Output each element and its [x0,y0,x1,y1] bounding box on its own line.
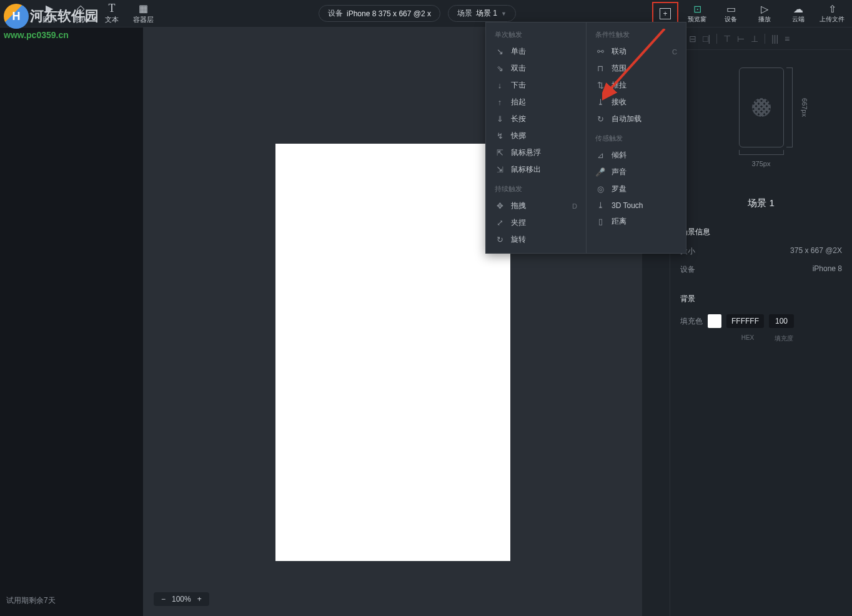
menu-item-link[interactable]: ⚯联动C [587,43,686,60]
play-button[interactable]: ▷播放 [750,0,780,27]
opacity-sublabel: 填充度 [771,334,796,343]
height-label: 667px [801,98,808,117]
trial-notice: 试用期剩余7天 [6,595,56,606]
down-icon: ↓ [495,81,505,90]
main: − 100% + |□ ⊟ □| ⊤ ⊢ ⊥ ||| ≡ 667px [0,27,852,616]
up-icon: ↑ [495,97,505,107]
artboard[interactable] [275,144,510,561]
watermark: H 河东软件园 www.pc0359.cn [4,4,99,40]
width-label: 375px [752,160,771,167]
watermark-logo-icon: H [4,4,29,29]
size-value: 375 x 667 @2X [790,246,842,257]
right-panel: |□ ⊟ □| ⊤ ⊢ ⊥ ||| ≡ 667px 375px 场景 1 场景信… [670,27,852,616]
opacity-input[interactable]: 100 [769,314,794,328]
cloud-button[interactable]: ☁云端 [783,0,813,27]
menu-item-fling[interactable]: ↯快掷 [486,127,586,144]
align-bottom-icon[interactable]: ⊥ [751,34,758,44]
pinch-icon: ⤢ [495,218,505,227]
menu-item-rotate[interactable]: ↻旋转 [486,231,586,248]
cloud-icon: ☁ [793,3,803,14]
scene-info-header: 场景信息 [670,221,852,242]
zoom-out-button[interactable]: − [161,595,166,604]
center-controls: 设备 iPhone 8 375 x 667 @2 x 场景 场景 1 ▼ [319,5,516,22]
tool-text[interactable]: T文本 [99,0,125,27]
device-row: 设备 iPhone 8 [670,261,852,279]
menu-header-sensor: 传感触发 [587,131,686,147]
separator [765,34,765,44]
fill-label: 填充色 [680,316,703,327]
color-swatch[interactable] [708,314,721,328]
menu-item-receive[interactable]: ⤓接收 [587,94,686,111]
background-header: 背景 [670,287,852,309]
zoom-in-button[interactable]: + [197,595,202,604]
preview-icon: ⊡ [693,3,701,14]
upload-button[interactable]: ⇧上传文件 [817,0,847,27]
menu-item-pinch[interactable]: ⤢夹捏 [486,214,586,231]
menu-header-conditional: 条件性触发 [587,27,686,43]
pattern-icon [752,98,771,117]
align-top-icon[interactable]: ⊤ [723,34,731,44]
menu-item-3dtouch[interactable]: ⤓3D Touch [587,197,686,213]
menu-header-single: 单次触发 [486,27,586,43]
menu-item-tilt[interactable]: ⊿倾斜 [587,147,686,164]
doubletap-icon: ⇘ [495,64,505,73]
dimension-line-w [739,150,784,155]
preview-window-button[interactable]: ⊡预览窗 [682,0,712,27]
menu-item-touchdown[interactable]: ↓下击 [486,77,586,94]
distance-icon: ▯ [595,217,605,226]
3dtouch-icon: ⤓ [595,201,605,210]
size-row: 大小 375 x 667 @2X [670,242,852,261]
upload-icon: ⇧ [828,3,836,14]
menu-item-hover[interactable]: ⇱鼠标悬浮 [486,144,586,161]
container-icon: ▦ [139,2,148,14]
align-center-h-icon[interactable]: ⊟ [689,34,696,44]
menu-item-mouseout[interactable]: ⇲鼠标移出 [486,161,586,178]
range-icon: ⊓ [595,64,605,73]
tool-container[interactable]: ▦容器层 [130,0,156,27]
menu-item-sound[interactable]: 🎤声音 [587,164,686,181]
watermark-text: 河东软件园 [30,7,99,26]
distribute-h-icon[interactable]: ||| [771,34,778,44]
menu-item-autoload[interactable]: ↻自动加载 [587,111,686,127]
drag-icon: ✥ [495,201,505,211]
menu-item-tap[interactable]: ↘单击 [486,43,586,60]
menu-item-longpress[interactable]: ⇓长按 [486,111,586,127]
play-icon: ▷ [761,3,768,14]
hex-input[interactable]: FFFFFF [726,314,764,328]
tap-icon: ↘ [495,47,505,56]
mic-icon: 🎤 [595,167,605,177]
align-right-icon[interactable]: □| [703,34,710,44]
align-bar: |□ ⊟ □| ⊤ ⊢ ⊥ ||| ≡ [670,27,852,50]
menu-item-doubletap[interactable]: ⇘双击 [486,60,586,77]
link-icon: ⚯ [595,47,605,56]
device-value: iPhone 8 375 x 667 @2 x [347,9,431,18]
menu-col-1: 单次触发 ↘单击 ⇘双击 ↓下击 ↑抬起 ⇓长按 ↯快掷 ⇱鼠标悬浮 ⇲鼠标移出… [486,22,586,253]
menu-item-pushpull[interactable]: ⇅推拉 [587,77,686,94]
menu-item-range[interactable]: ⊓范围 [587,60,686,77]
device-icon: ▭ [726,3,736,14]
menu-item-touchup[interactable]: ↑抬起 [486,94,586,111]
text-icon: T [109,2,116,14]
mouseout-icon: ⇲ [495,165,505,174]
fill-row: 填充色 FFFFFF 100 [670,309,852,333]
menu-col-2: 条件性触发 ⚯联动C ⊓范围 ⇅推拉 ⤓接收 ↻自动加载 传感触发 ⊿倾斜 🎤声… [586,22,686,253]
menu-item-distance[interactable]: ▯距离 [587,213,686,230]
zoom-control[interactable]: − 100% + [154,592,209,606]
fling-icon: ↯ [495,131,505,141]
left-panel [0,27,144,616]
device-value: iPhone 8 [813,264,842,275]
align-center-v-icon[interactable]: ⊢ [737,34,745,44]
watermark-url: www.pc0359.cn [4,30,99,40]
menu-item-drag[interactable]: ✥拖拽D [486,197,586,214]
device-selector[interactable]: 设备 iPhone 8 375 x 667 @2 x [319,5,440,22]
menu-header-continuous: 持续触发 [486,182,586,197]
topbar: ⊞视图 ▶图片 ◇形状 T文本 ▦容器层 设备 iPhone 8 375 x 6… [0,0,852,27]
dimension-line-h [786,67,793,147]
scene-selector[interactable]: 场景 场景 1 ▼ [448,5,516,22]
device-preview: 667px 375px [670,50,852,180]
distribute-v-icon[interactable]: ≡ [785,34,790,44]
device-button[interactable]: ▭设备 [716,0,746,27]
pushpull-icon: ⇅ [595,81,605,90]
menu-item-compass[interactable]: ◎罗盘 [587,181,686,197]
zoom-value: 100% [172,595,191,604]
